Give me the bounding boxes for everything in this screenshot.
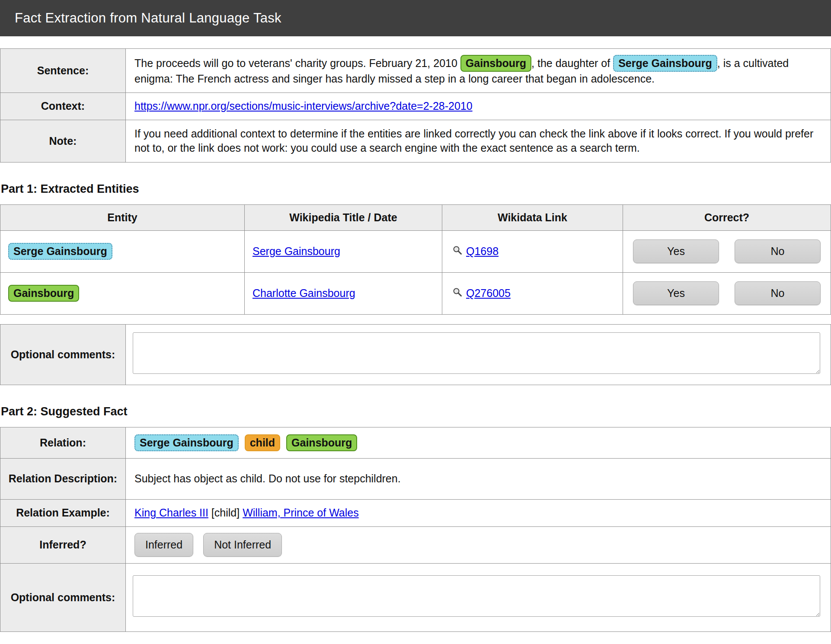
table-row: Gainsbourg Charlotte Gainsbourg Q276005 … — [0, 272, 831, 314]
note-label: Note: — [0, 120, 126, 162]
sentence-part-1: The proceeds will go to veterans' charit… — [134, 57, 460, 69]
inferred-label: Inferred? — [0, 526, 126, 563]
column-header-correct: Correct? — [623, 204, 831, 230]
no-button[interactable]: No — [735, 239, 821, 263]
column-header-entity: Entity — [0, 204, 245, 230]
entity-chip: Gainsbourg — [8, 285, 79, 302]
entity-table-header-row: Entity Wikipedia Title / Date Wikidata L… — [0, 204, 831, 230]
part1-comments-table: Optional comments: — [0, 324, 831, 385]
relation-object-chip: Gainsbourg — [286, 434, 357, 451]
wikipedia-link[interactable]: Serge Gainsbourg — [252, 245, 340, 257]
part2-comments-label: Optional comments: — [0, 563, 126, 631]
relation-description-label: Relation Description: — [0, 458, 126, 499]
part2-comments-input[interactable] — [133, 575, 820, 617]
part1-comments-label: Optional comments: — [0, 324, 126, 385]
column-header-wikidata: Wikidata Link — [442, 204, 623, 230]
entity-table: Entity Wikipedia Title / Date Wikidata L… — [0, 204, 831, 315]
example-subject-link[interactable]: King Charles III — [134, 507, 208, 519]
context-link[interactable]: https://www.npr.org/sections/music-inter… — [134, 100, 473, 112]
search-icon — [452, 245, 463, 258]
relation-chips: Serge Gainsbourg child Gainsbourg — [134, 434, 822, 451]
relation-label: Relation: — [0, 427, 126, 458]
relation-row: Relation: Serge Gainsbourg child Gainsbo… — [0, 427, 831, 458]
example-object-link[interactable]: William, Prince of Wales — [243, 507, 359, 519]
part1-comments-input[interactable] — [133, 332, 820, 374]
info-table: Sentence: The proceeds will go to vetera… — [0, 48, 831, 163]
context-row: Context: https://www.npr.org/sections/mu… — [0, 93, 831, 120]
not-inferred-button[interactable]: Not Inferred — [203, 533, 282, 557]
sentence-row: Sentence: The proceeds will go to vetera… — [0, 49, 831, 93]
context-label: Context: — [0, 93, 126, 120]
relation-description-text: Subject has object as child. Do not use … — [126, 458, 831, 499]
app-header: Fact Extraction from Natural Language Ta… — [0, 0, 831, 36]
part2-heading: Part 2: Suggested Fact — [1, 405, 831, 418]
column-header-wikipedia: Wikipedia Title / Date — [245, 204, 442, 230]
sentence-text: The proceeds will go to veterans' charit… — [126, 49, 831, 93]
part2-comments-row: Optional comments: — [0, 563, 831, 631]
entity-chip-serge-gainsbourg: Serge Gainsbourg — [613, 55, 717, 72]
wikidata-link[interactable]: Q1698 — [466, 245, 499, 258]
fact-table: Relation: Serge Gainsbourg child Gainsbo… — [0, 427, 831, 632]
sentence-part-2: , the daughter of — [531, 57, 613, 69]
part1-heading: Part 1: Extracted Entities — [1, 182, 831, 196]
no-button[interactable]: No — [735, 281, 821, 305]
table-row: Serge Gainsbourg Serge Gainsbourg Q1698 … — [0, 230, 831, 272]
relation-example-label: Relation Example: — [0, 499, 126, 526]
page-title: Fact Extraction from Natural Language Ta… — [15, 10, 281, 26]
entity-chip: Serge Gainsbourg — [8, 243, 112, 260]
yes-button[interactable]: Yes — [633, 239, 719, 263]
wikidata-link[interactable]: Q276005 — [466, 287, 511, 300]
sentence-label: Sentence: — [0, 49, 126, 93]
wikipedia-link[interactable]: Charlotte Gainsbourg — [252, 287, 355, 299]
relation-description-row: Relation Description: Subject has object… — [0, 458, 831, 499]
relation-example-row: Relation Example: King Charles III [chil… — [0, 499, 831, 526]
inferred-button[interactable]: Inferred — [134, 533, 193, 557]
yes-button[interactable]: Yes — [633, 281, 719, 305]
note-text: If you need additional context to determ… — [126, 120, 831, 162]
note-row: Note: If you need additional context to … — [0, 120, 831, 162]
relation-predicate-chip: child — [245, 434, 280, 451]
comments-row: Optional comments: — [0, 324, 831, 385]
relation-subject-chip: Serge Gainsbourg — [134, 434, 239, 451]
example-middle-text: [child] — [208, 507, 243, 519]
entity-chip-gainsbourg: Gainsbourg — [460, 55, 531, 72]
search-icon — [452, 287, 463, 300]
inferred-row: Inferred? Inferred Not Inferred — [0, 526, 831, 563]
